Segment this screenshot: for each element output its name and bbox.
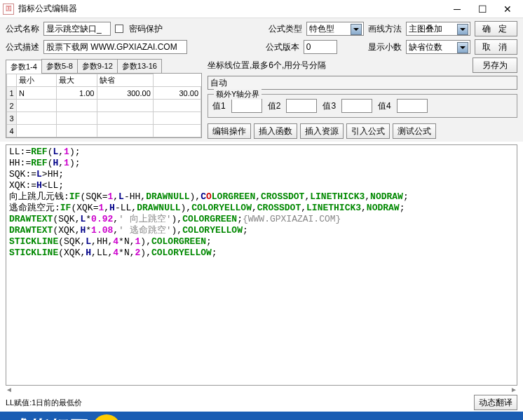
- code-line[interactable]: STICKLINE(XQK,H,LL,4*N,2),COLORYELLOW;: [9, 248, 514, 259]
- version-label: 公式版本: [266, 41, 299, 53]
- code-line[interactable]: DRAWTEXT(XQK,H*1.08,' 逃命跳空'),COLORYELLOW…: [9, 225, 514, 236]
- extra-y-input-4[interactable]: [397, 99, 428, 113]
- code-line[interactable]: XQK:=H<LL;: [9, 180, 514, 191]
- extra-y-input-1[interactable]: [231, 99, 262, 113]
- name-label: 公式名称: [6, 23, 39, 35]
- name-input[interactable]: [43, 22, 111, 36]
- extra-y-fieldset: 额外Y轴分界 值1值2值3值4: [208, 94, 517, 118]
- banner-text-left: 式指标网: [7, 415, 86, 420]
- version-input[interactable]: [304, 40, 337, 54]
- close-button[interactable]: ✕: [495, 1, 520, 18]
- status-text: LL赋值:1日前的最低价: [6, 398, 82, 408]
- param-tab-4[interactable]: 参数13-16: [117, 59, 162, 73]
- param-header: 最大: [57, 74, 97, 87]
- code-line[interactable]: STICKLINE(SQK,L,HH,4*N,1),COLORGREEN;: [9, 236, 514, 248]
- type-label: 公式类型: [269, 23, 302, 35]
- param-tab-2[interactable]: 参数5-8: [41, 59, 78, 73]
- extra-y-label-4: 值4: [378, 100, 391, 112]
- extra-y-label-1: 值1: [212, 100, 226, 112]
- param-row[interactable]: 1N1.00300.0030.00: [7, 87, 201, 100]
- auto-translate-button[interactable]: 动态翻译: [474, 395, 517, 410]
- param-tabs: 参数1-4参数5-8参数9-12参数13-16: [6, 59, 202, 74]
- ok-button[interactable]: 确 定: [475, 21, 517, 36]
- password-checkbox[interactable]: [115, 25, 123, 33]
- param-header: [7, 74, 17, 87]
- form-area: 公式名称 密码保护 公式类型 特色型 画线方法 主图叠加 确 定 公式描述 公式…: [0, 18, 523, 142]
- saveas-button[interactable]: 另存为: [473, 57, 517, 73]
- decimal-label: 显示小数: [368, 41, 402, 53]
- import-button[interactable]: 引入公式: [346, 123, 390, 139]
- param-table[interactable]: 最小最大缺省 1N1.00300.0030.00234: [6, 74, 201, 137]
- param-tab-3[interactable]: 参数9-12: [77, 59, 118, 73]
- param-row[interactable]: 4: [7, 125, 201, 137]
- scroll-bar[interactable]: ◄ ►: [0, 386, 523, 393]
- desc-input[interactable]: [43, 40, 187, 54]
- minimize-button[interactable]: ─: [444, 1, 470, 18]
- code-line[interactable]: HH:=REF(H,1);: [9, 158, 514, 169]
- code-line[interactable]: SQK:=L>HH;: [9, 169, 514, 180]
- maximize-button[interactable]: ☐: [470, 1, 495, 18]
- app-icon: 囯: [3, 4, 14, 15]
- desc-label: 公式描述: [6, 41, 39, 53]
- code-line[interactable]: LL:=REF(L,1);: [9, 147, 514, 158]
- extra-y-input-3[interactable]: [341, 99, 372, 113]
- edit-op-button[interactable]: 编辑操作: [208, 123, 251, 139]
- extra-y-label-3: 值3: [322, 100, 336, 112]
- code-editor[interactable]: LL:=REF(L,1);HH:=REF(H,1);SQK:=L>HH;XQK:…: [6, 144, 517, 386]
- param-tab-1[interactable]: 参数1-4: [6, 60, 42, 74]
- extra-y-input-2[interactable]: [286, 99, 317, 113]
- extra-y-label-2: 值2: [268, 100, 281, 112]
- code-line[interactable]: 向上跳几元钱:IF(SQK=1,L-HH,DRAWNULL),COLORGREE…: [9, 191, 514, 203]
- draw-select[interactable]: 主图叠加: [406, 22, 470, 36]
- window-title: 指标公式编辑器: [18, 3, 444, 15]
- password-label: 密码保护: [129, 23, 163, 35]
- param-header: 最小: [17, 74, 57, 87]
- extra-y-legend: 额外Y轴分界: [214, 89, 262, 100]
- param-row[interactable]: 2: [7, 100, 201, 112]
- insert-func-button[interactable]: 插入函数: [254, 123, 297, 139]
- code-line[interactable]: DRAWTEXT(SQK,L*0.92,' 向上跳空'),COLORGREEN;…: [9, 214, 514, 225]
- banner-logo-icon: 金: [93, 414, 121, 420]
- param-row[interactable]: 3: [7, 112, 201, 125]
- test-button[interactable]: 测试公式: [393, 123, 436, 139]
- cancel-button[interactable]: 取 消: [475, 39, 517, 55]
- scroll-left-icon[interactable]: ◄: [6, 386, 13, 393]
- title-bar: 囯 指标公式编辑器 ─ ☐ ✕: [0, 0, 523, 18]
- banner-url: www.9m8.cn: [398, 417, 516, 420]
- scroll-right-icon[interactable]: ►: [510, 386, 517, 393]
- insert-res-button[interactable]: 插入资源: [300, 123, 344, 139]
- parameter-panel: 参数1-4参数5-8参数9-12参数13-16 最小最大缺省 1N1.00300…: [6, 57, 202, 139]
- param-header: 缺省: [97, 74, 153, 87]
- banner: 式指标网 金 www.9m8.cn: [0, 412, 523, 420]
- code-line[interactable]: 逃命跳空元:IF(XQK=1,H-LL,DRAWNULL),COLORYELLO…: [9, 203, 514, 214]
- draw-label: 画线方法: [368, 23, 402, 35]
- decimal-select[interactable]: 缺省位数: [406, 40, 470, 54]
- type-select[interactable]: 特色型: [306, 22, 364, 36]
- coord-label: 坐标线位置,最多6个,用分号分隔: [208, 60, 326, 72]
- coord-input[interactable]: [208, 76, 517, 90]
